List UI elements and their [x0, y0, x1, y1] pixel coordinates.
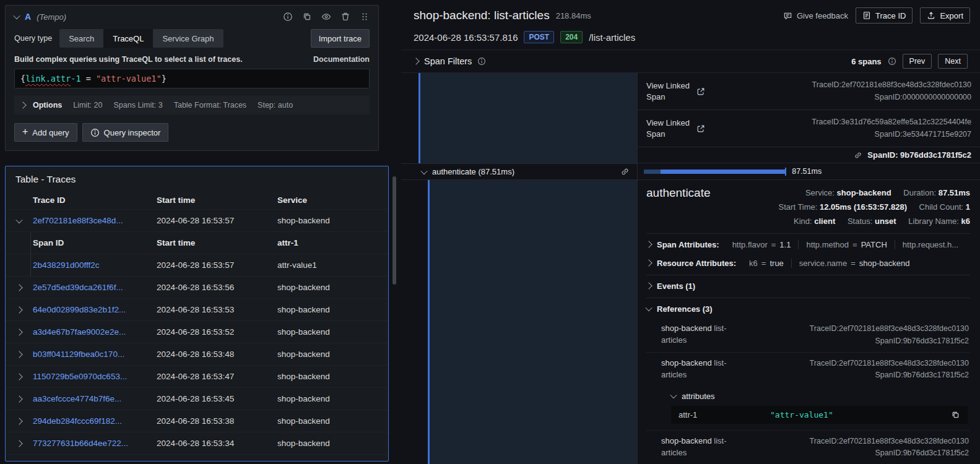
row-expander-icon[interactable] — [6, 218, 33, 223]
export-button[interactable]: Export — [920, 7, 970, 24]
query-field-suffix: -1 — [71, 74, 80, 84]
events-accordion[interactable]: Events (1) — [646, 277, 970, 295]
table-row: a3d4e67b7fae9002e2e... 2024-06-28 16:53:… — [6, 321, 388, 343]
row-expander-icon[interactable] — [6, 307, 33, 312]
span-library: k6 — [961, 217, 970, 226]
export-icon — [927, 11, 935, 20]
reference-attributes-toggle[interactable]: attributes — [646, 387, 970, 405]
table-header-row: Trace ID Start time Service — [6, 191, 388, 210]
trace-id-link[interactable]: 64e0d02899d83e2b1f2... — [33, 305, 157, 314]
tab-search[interactable]: Search — [59, 29, 103, 48]
query-brace-open: { — [20, 74, 25, 84]
references-accordion[interactable]: References (3) — [646, 299, 970, 318]
add-query-button[interactable]: + Add query — [14, 123, 77, 142]
row-expander-icon[interactable] — [6, 397, 33, 402]
eye-icon[interactable] — [321, 12, 331, 22]
reference-item[interactable]: shop-backend list-articles TraceID:2ef70… — [646, 318, 970, 353]
traceql-query-input[interactable]: {link.attr-1 = "attr-value1"} — [14, 69, 370, 88]
trash-icon[interactable] — [340, 12, 350, 22]
query-options-toggle[interactable]: Options Limit: 20 Spans Limit: 3 Table F… — [14, 96, 370, 114]
prev-span-button[interactable]: Prev — [903, 54, 932, 69]
link-icon[interactable] — [620, 167, 630, 176]
view-linked-span-link[interactable]: View Linked Span — [646, 80, 706, 102]
copy-query-icon[interactable] — [302, 12, 312, 22]
reference-span-id: SpanID:9b76dd3c1781f5c2 — [875, 371, 969, 379]
query-editor-body: Query type Search TraceQL Service Graph … — [6, 25, 378, 150]
table-row: 64e0d02899d83e2b1f2... 2024-06-28 16:53:… — [6, 299, 388, 321]
comment-icon — [783, 11, 792, 20]
info-circle-icon[interactable] — [477, 57, 486, 66]
query-inspector-button[interactable]: Query inspector — [82, 123, 169, 142]
collapse-query-icon[interactable] — [13, 12, 20, 19]
option-limit: Limit: 20 — [73, 101, 102, 110]
info-circle-icon[interactable] — [283, 12, 293, 22]
table-row: 1150729b5e0970dc653... 2024-06-28 16:53:… — [6, 366, 388, 388]
row-expander-icon[interactable] — [6, 285, 33, 290]
start-time-cell: 2024-06-28 16:53:56 — [157, 283, 277, 292]
linked-span-row: View Linked Span TraceID:3e31d76c59a82ef… — [638, 110, 980, 147]
row-expander-icon[interactable] — [6, 441, 33, 446]
reference-item[interactable]: shop-backend list-articles TraceID:2ef70… — [646, 353, 970, 387]
service-cell: shop-backend — [277, 216, 383, 225]
trace-id-link[interactable]: a3d4e67b7fae9002e2e... — [33, 327, 157, 337]
query-operator: = — [81, 74, 96, 84]
table-row: 2ef702181e88f3ce48d... 2024-06-28 16:53:… — [6, 210, 388, 232]
span-status: unset — [875, 217, 896, 226]
trace-id-link[interactable]: 2e57d5ed39dca261f6f... — [33, 283, 157, 292]
start-time-cell: 2024-06-28 16:53:47 — [157, 372, 277, 381]
chevron-down-icon — [670, 392, 677, 398]
table-row: b03ff041129fbea0c170... 2024-06-28 16:53… — [6, 343, 388, 366]
row-expander-icon[interactable] — [6, 419, 33, 424]
resource-attributes-accordion[interactable]: Resource Attributes: k6=true service.nam… — [646, 254, 970, 272]
chevron-right-icon[interactable] — [412, 58, 419, 64]
trace-id-link[interactable]: 294deb284fccc69f182... — [33, 416, 157, 426]
collapse-span-icon[interactable] — [420, 167, 427, 174]
span-duration-bar-row[interactable]: 87.51ms — [638, 163, 980, 180]
trace-id-link[interactable]: 2ef702181e88f3ce48d... — [33, 216, 157, 225]
span-row-authenticate[interactable]: authenticate (87.51ms) — [401, 163, 637, 180]
query-type-tabs: Search TraceQL Service Graph — [59, 29, 223, 48]
query-ref-id[interactable]: A — [25, 12, 31, 22]
reference-item[interactable]: shop-backend list-articles TraceID:2ef70… — [646, 430, 970, 464]
external-link-icon — [696, 87, 705, 96]
span-child-count: 1 — [966, 202, 970, 212]
row-expander-icon[interactable] — [6, 330, 33, 335]
service-cell: shop-backend — [277, 394, 383, 403]
linked-trace-id: TraceID:2ef702181e88f3ce48d3c328fdec0130 — [812, 80, 971, 89]
row-expander-icon[interactable] — [6, 374, 33, 379]
trace-timestamp: 2024-06-28 16:53:57.816 — [414, 32, 518, 43]
service-cell: shop-backend — [277, 327, 383, 337]
linked-span-row: View Linked Span TraceID:2ef702181e88f3c… — [638, 73, 980, 110]
span-stats: Service: shop-backend Duration: 87.51ms … — [769, 186, 970, 228]
trace-id-link[interactable]: 773277631b66d4ee722... — [33, 439, 157, 448]
expanded-subtable: Span ID Start time attr-1 2b438291d00fff… — [6, 232, 388, 277]
next-span-button[interactable]: Next — [938, 54, 968, 69]
row-expander-icon[interactable] — [6, 352, 33, 357]
give-feedback-link[interactable]: Give feedback — [783, 11, 848, 20]
left-pane-scrollbar[interactable] — [392, 176, 396, 285]
tab-traceql[interactable]: TraceQL — [103, 29, 153, 48]
drag-handle-icon[interactable] — [360, 12, 370, 22]
span-attributes-accordion[interactable]: Span Attributes: http.flavor=1.1 http.me… — [646, 235, 970, 254]
span-filters-label[interactable]: Span Filters — [424, 56, 472, 66]
copy-value-icon[interactable] — [951, 410, 960, 419]
tab-service-graph[interactable]: Service Graph — [153, 29, 223, 48]
trace-id-button[interactable]: Trace ID — [856, 7, 913, 24]
info-circle-icon[interactable] — [888, 57, 896, 66]
import-trace-button[interactable]: Import trace — [311, 29, 370, 48]
col-trace-id: Trace ID — [33, 195, 157, 205]
traces-table-panel: Table - Traces Trace ID Start time Servi… — [5, 166, 389, 462]
start-time-cell: 2024-06-28 16:53:57 — [157, 260, 277, 270]
view-linked-span-link[interactable]: View Linked Span — [646, 118, 706, 139]
documentation-link[interactable]: Documentation — [313, 55, 370, 64]
span-row-label: authenticate (87.51ms) — [432, 167, 514, 176]
trace-id-link[interactable]: b03ff041129fbea0c170... — [33, 350, 157, 359]
service-cell: shop-backend — [277, 283, 383, 292]
span-name: authenticate — [646, 186, 711, 200]
span-kind: client — [814, 217, 835, 226]
span-id-link[interactable]: 2b438291d00fff2c — [33, 260, 157, 270]
reference-attribute-row: attr-1 "attr-value1" — [671, 406, 968, 424]
trace-id-link[interactable]: 1150729b5e0970dc653... — [33, 372, 157, 381]
trace-id-link[interactable]: aa3cefccce4774b7f6e... — [33, 394, 157, 403]
span-duration-bar[interactable] — [644, 170, 786, 174]
